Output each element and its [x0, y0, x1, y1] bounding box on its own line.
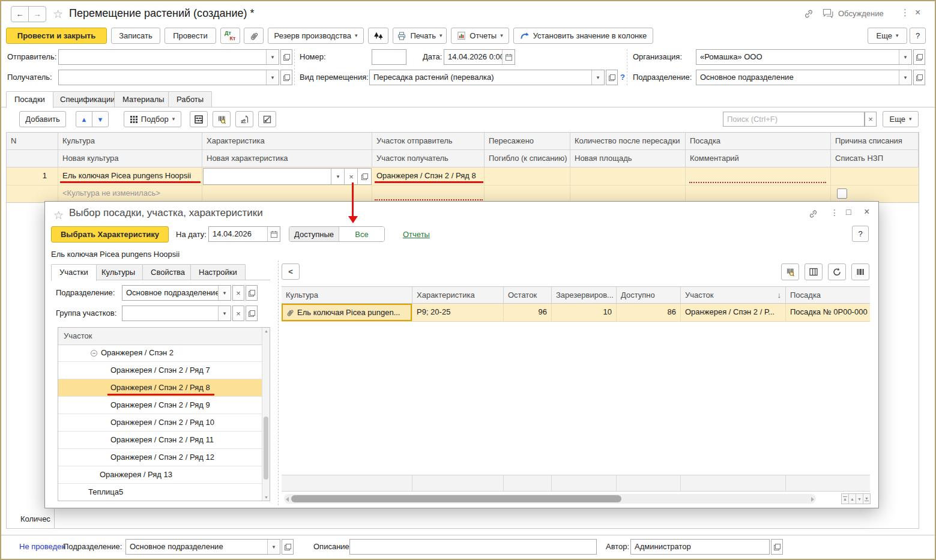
- movement-open-button[interactable]: [606, 70, 618, 85]
- dialog-star-icon[interactable]: ☆: [53, 208, 64, 222]
- col-header[interactable]: Количество после пересадки: [570, 133, 686, 150]
- scroll-right-icon[interactable]: [811, 497, 814, 502]
- site-group-clear-button[interactable]: ×: [232, 306, 244, 321]
- barcode-button[interactable]: [851, 263, 869, 280]
- col-header[interactable]: Новая культура: [58, 150, 202, 167]
- search-input[interactable]: [723, 112, 865, 127]
- h-scrollbar[interactable]: [284, 494, 816, 504]
- save-button[interactable]: Записать: [111, 28, 160, 44]
- post-and-close-button[interactable]: Провести и закрыть: [6, 28, 107, 44]
- dialog-tab-svoystva[interactable]: Свойства: [142, 264, 193, 280]
- scroll-left-icon[interactable]: [286, 497, 289, 502]
- scrollbar-thumb[interactable]: [291, 495, 621, 502]
- author-input[interactable]: Администратор: [630, 539, 770, 555]
- col-header[interactable]: Участок отправитель: [372, 133, 485, 150]
- organization-input[interactable]: «Ромашка» ООО ▾: [696, 49, 912, 65]
- col-header[interactable]: Посадка: [786, 286, 870, 304]
- tab-specifikacii[interactable]: Спецификации: [52, 91, 124, 107]
- description-input[interactable]: [349, 539, 597, 555]
- collapse-icon[interactable]: [91, 350, 97, 357]
- result-characteristic-cell[interactable]: P9; 20-25: [412, 304, 504, 321]
- dialog-department-open-button[interactable]: [246, 285, 258, 301]
- tree-item[interactable]: Оранжерея / Ряд 13: [58, 466, 263, 484]
- dialog-kebab-icon[interactable]: ⋮: [830, 208, 839, 217]
- dialog-department-clear-button[interactable]: ×: [232, 285, 244, 301]
- move-up-button[interactable]: ▲: [76, 111, 92, 127]
- col-header[interactable]: Характеристика: [202, 133, 372, 150]
- dead-cell[interactable]: [485, 185, 570, 202]
- print-button[interactable]: Печать▾: [393, 28, 447, 44]
- window-close-icon[interactable]: ×: [915, 7, 920, 18]
- col-header[interactable]: Характеристика: [412, 286, 504, 304]
- dialog-tab-kultury[interactable]: Культуры: [93, 264, 143, 280]
- tree-item[interactable]: Оранжерея / Спэн 2 / Ряд 7: [58, 362, 263, 379]
- choose-characteristic-button[interactable]: Выбрать Характеристику: [51, 226, 169, 242]
- dropdown-button[interactable]: ▾: [218, 306, 231, 321]
- new-area-cell[interactable]: [570, 185, 686, 202]
- barcode-search-button[interactable]: [213, 111, 231, 127]
- col-header[interactable]: [7, 150, 58, 167]
- tab-materialy[interactable]: Материалы: [114, 91, 173, 107]
- calendar-button[interactable]: [267, 227, 280, 241]
- scrollbar-thumb[interactable]: [264, 417, 268, 480]
- set-column-value-button[interactable]: Установить значение в колонке: [513, 28, 653, 44]
- clear-search-button[interactable]: ×: [865, 112, 877, 127]
- dialog-maximize-icon[interactable]: □: [846, 207, 851, 217]
- tree-item[interactable]: Оранжерея / Спэн 2 / Ряд 10: [58, 414, 263, 432]
- toggle-available[interactable]: Доступные: [289, 227, 339, 241]
- result-culture-cell[interactable]: Ель колючая Picea pungen...: [282, 304, 412, 321]
- dropdown-button[interactable]: ▾: [591, 70, 604, 85]
- row-number-cell2[interactable]: [7, 185, 58, 202]
- tree-item[interactable]: Оранжерея / Спэн 2 / Ряд 9: [58, 397, 263, 414]
- organization-open-button[interactable]: [913, 49, 925, 65]
- result-site-cell[interactable]: Оранжерея / Спэн 2 / Р...: [681, 304, 786, 321]
- dropdown-button[interactable]: ▾: [266, 50, 279, 64]
- result-reserved-cell[interactable]: 10: [552, 304, 617, 321]
- barcode-scan-button[interactable]: [781, 263, 799, 280]
- reports-button[interactable]: Отчеты▾: [451, 28, 509, 44]
- get-link-icon[interactable]: [803, 9, 814, 19]
- movement-help-icon[interactable]: ?: [620, 73, 625, 82]
- result-balance-cell[interactable]: 96: [504, 304, 552, 321]
- number-input[interactable]: [372, 49, 406, 65]
- dropdown-button[interactable]: ▾: [331, 169, 345, 184]
- pick-button[interactable]: Подбор▾: [124, 111, 181, 127]
- discussion-button[interactable]: Обсуждение: [823, 8, 884, 18]
- reports-link[interactable]: Отчеты: [403, 230, 430, 239]
- dialog-tab-nastroyki[interactable]: Настройки: [190, 264, 246, 280]
- qty-after-cell[interactable]: [570, 167, 686, 185]
- post-button[interactable]: Провести: [165, 28, 216, 44]
- dialog-link-icon[interactable]: [808, 209, 818, 218]
- col-header[interactable]: Комментарий: [686, 150, 831, 167]
- sender-open-button[interactable]: [280, 49, 292, 65]
- result-available-cell[interactable]: 86: [617, 304, 681, 321]
- transplanted-cell[interactable]: [485, 167, 570, 185]
- tree-item[interactable]: Оранжерея / Спэн 2 / Ряд 12: [58, 449, 263, 466]
- dropdown-button[interactable]: ▾: [899, 70, 911, 85]
- dtkt-button[interactable]: Дт Кт: [220, 28, 240, 44]
- help-button[interactable]: ?: [910, 28, 926, 44]
- new-culture-cell[interactable]: <Культура не изменилась>: [58, 185, 202, 202]
- dropdown-button[interactable]: ▾: [267, 540, 280, 554]
- tab-posadki[interactable]: Посадки: [6, 91, 53, 108]
- col-header[interactable]: Посадка: [686, 133, 831, 150]
- department-input[interactable]: Основное подразделение ▾: [696, 70, 912, 85]
- production-reserve-button[interactable]: Резерв производства▾: [268, 28, 364, 44]
- tab-raboty[interactable]: Работы: [168, 91, 212, 107]
- col-header[interactable]: N: [7, 133, 58, 150]
- footer-department-input[interactable]: Основное подразделение ▾: [125, 539, 280, 555]
- site-group-input[interactable]: ▾: [122, 306, 231, 321]
- tree-item[interactable]: Теплица5: [58, 484, 263, 501]
- new-characteristic-cell[interactable]: [202, 185, 372, 202]
- tree-item[interactable]: Оранжерея / Спэн 2: [58, 345, 263, 362]
- dialog-tab-uchastki[interactable]: Участки: [51, 264, 97, 281]
- col-header[interactable]: Пересажено: [485, 133, 570, 150]
- receiver-input[interactable]: ▾: [58, 70, 279, 85]
- tree-scrollbar[interactable]: ▲ ▼: [262, 328, 270, 501]
- receiver-open-button[interactable]: [280, 70, 292, 85]
- tree-item[interactable]: Оранжерея / Спэн 2 / Ряд 11: [58, 432, 263, 449]
- writeoff-wip-checkbox[interactable]: [837, 188, 847, 199]
- col-header[interactable]: Остаток: [504, 286, 552, 304]
- back-button[interactable]: ←: [11, 6, 29, 22]
- col-header[interactable]: Доступно: [617, 286, 681, 304]
